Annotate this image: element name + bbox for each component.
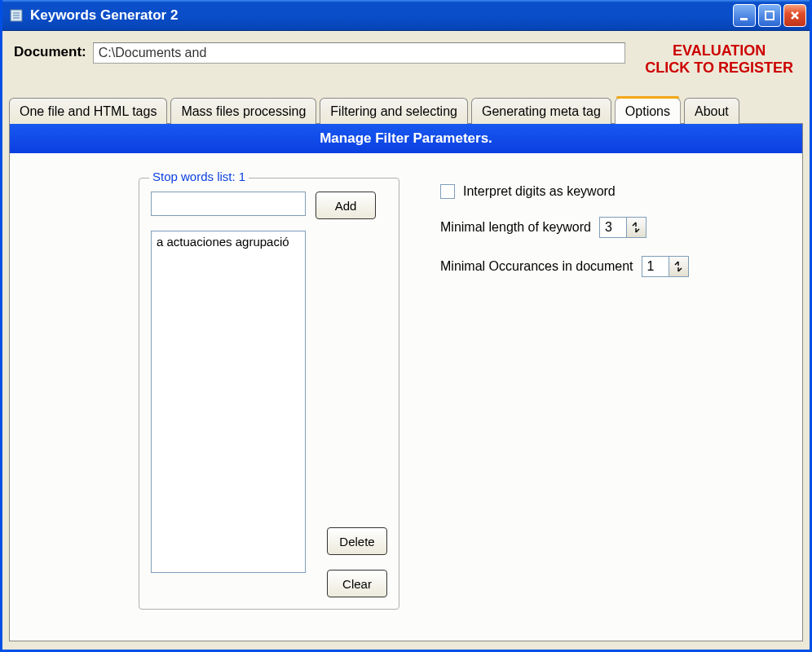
tab-strip: One file and HTML tags Mass files proces…	[2, 82, 810, 123]
add-button[interactable]: Add	[316, 192, 376, 219]
spinner-buttons-icon[interactable]	[626, 218, 646, 237]
clear-button[interactable]: Clear	[327, 570, 387, 597]
list-item[interactable]: a actuaciones agrupació	[157, 235, 300, 249]
tab-mass-files[interactable]: Mass files processing	[170, 98, 316, 124]
tab-about[interactable]: About	[684, 98, 739, 124]
min-occurrences-spinner[interactable]	[642, 256, 689, 277]
svg-rect-4	[740, 18, 748, 20]
min-length-spinner[interactable]	[599, 217, 647, 238]
tab-one-file-html[interactable]: One file and HTML tags	[9, 98, 167, 124]
evaluation-text-2: CLICK TO REGISTER	[645, 59, 793, 77]
interpret-digits-checkbox[interactable]	[440, 184, 455, 199]
spinner-buttons-icon[interactable]	[669, 257, 688, 276]
document-label: Document:	[14, 42, 86, 60]
tab-generating-meta[interactable]: Generating meta tag	[471, 98, 611, 124]
min-occurrences-value[interactable]	[642, 257, 669, 276]
interpret-digits-label: Interpret digits as keyword	[463, 184, 616, 199]
panel-heading: Manage Filter Parameters.	[10, 124, 802, 153]
document-header: Document: EVALUATION CLICK TO REGISTER	[2, 31, 810, 82]
close-button[interactable]	[783, 4, 806, 27]
right-options: Interpret digits as keyword Minimal leng…	[440, 178, 689, 616]
window-controls	[733, 4, 806, 27]
stopwords-group-label: Stop words list: 1	[149, 170, 249, 183]
tab-options[interactable]: Options	[615, 98, 681, 124]
stopword-input[interactable]	[151, 192, 306, 216]
stopwords-groupbox: Stop words list: 1 Add a actuaciones agr…	[139, 178, 399, 610]
svg-rect-5	[766, 11, 774, 20]
maximize-button[interactable]	[758, 4, 781, 27]
stopwords-listbox[interactable]: a actuaciones agrupació	[151, 231, 306, 573]
app-icon	[9, 8, 24, 23]
app-window: Keywords Generator 2 Document: EVALUATIO…	[0, 0, 812, 652]
minimize-button[interactable]	[733, 4, 756, 27]
document-path-input[interactable]	[93, 42, 626, 64]
tab-filtering[interactable]: Filtering and selecting	[320, 98, 468, 124]
delete-button[interactable]: Delete	[327, 527, 387, 555]
min-length-label: Minimal length of keyword	[440, 220, 591, 235]
titlebar[interactable]: Keywords Generator 2	[2, 0, 810, 31]
evaluation-register-link[interactable]: EVALUATION CLICK TO REGISTER	[645, 42, 798, 76]
window-title: Keywords Generator 2	[30, 7, 733, 24]
panel-body: Stop words list: 1 Add a actuaciones agr…	[10, 153, 802, 641]
evaluation-text-1: EVALUATION	[645, 42, 793, 59]
min-length-value[interactable]	[600, 218, 626, 237]
min-occurrences-label: Minimal Occurances in document	[440, 259, 633, 274]
options-panel: Manage Filter Parameters. Stop words lis…	[9, 123, 803, 641]
